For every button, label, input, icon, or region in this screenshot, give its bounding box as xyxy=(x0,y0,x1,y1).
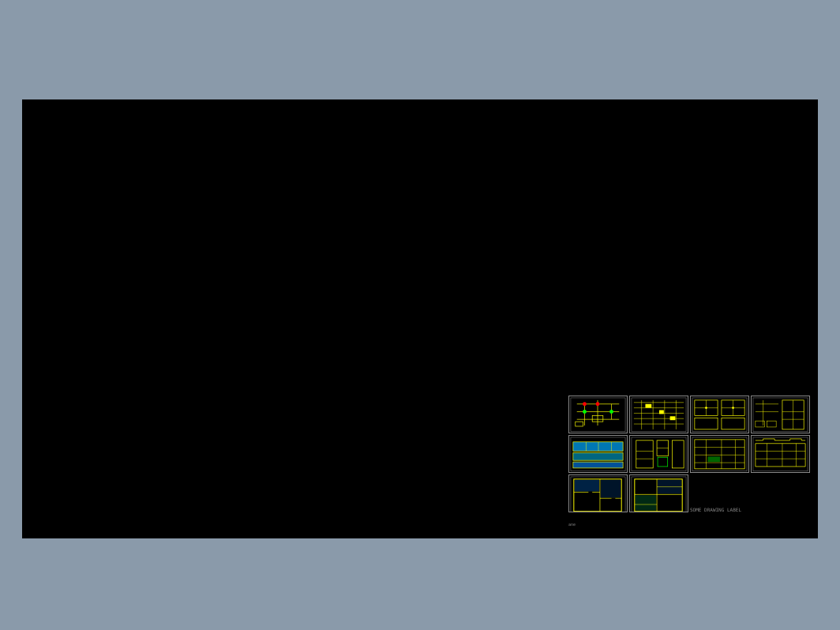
cad-canvas: SOME DRAWING LABEL xyxy=(22,99,818,538)
sheet-label-text: SOME DRAWING LABEL xyxy=(690,507,741,512)
svg-rect-14 xyxy=(630,396,688,433)
thumbnail-1[interactable] xyxy=(568,396,628,433)
svg-point-11 xyxy=(609,410,613,414)
thumbnail-8[interactable] xyxy=(751,435,810,473)
svg-text:SOME DRAWING LABEL: SOME DRAWING LABEL xyxy=(576,512,601,512)
svg-rect-25 xyxy=(645,404,651,408)
thumbnail-row-1 xyxy=(568,396,810,433)
thumbnail-row-3: SOME DRAWING LABEL xyxy=(568,474,810,512)
svg-point-8 xyxy=(583,402,587,406)
svg-rect-40 xyxy=(752,396,809,433)
svg-point-38 xyxy=(705,407,707,409)
svg-rect-81 xyxy=(752,436,809,473)
thumbnail-10[interactable] xyxy=(629,474,688,512)
svg-rect-94 xyxy=(575,480,599,492)
svg-point-10 xyxy=(583,410,587,414)
svg-rect-95 xyxy=(601,480,621,497)
svg-rect-54 xyxy=(573,452,623,460)
thumbnail-row-2 xyxy=(568,435,810,473)
thumbnail-2[interactable] xyxy=(629,396,688,433)
svg-rect-0 xyxy=(569,396,627,433)
svg-rect-80 xyxy=(707,456,720,462)
sheet-label-area: SOME DRAWING LABEL xyxy=(690,474,741,512)
svg-rect-26 xyxy=(659,411,664,414)
page-label: ane xyxy=(568,522,576,527)
svg-rect-28 xyxy=(691,396,748,433)
thumbnail-4[interactable] xyxy=(751,396,810,433)
svg-rect-53 xyxy=(573,442,623,452)
thumbnail-7[interactable] xyxy=(690,435,749,473)
thumbnail-3[interactable] xyxy=(690,396,749,433)
thumbnail-footer: ane xyxy=(568,515,810,529)
thumbnail-6[interactable] xyxy=(629,435,688,473)
svg-rect-55 xyxy=(573,462,623,468)
thumbnail-5[interactable] xyxy=(568,435,628,473)
svg-rect-62 xyxy=(630,436,688,473)
thumbnail-panel: SOME DRAWING LABEL xyxy=(568,396,810,529)
svg-rect-27 xyxy=(670,416,676,420)
svg-rect-71 xyxy=(691,436,748,473)
svg-point-9 xyxy=(596,402,600,406)
svg-rect-104 xyxy=(636,495,656,510)
svg-point-39 xyxy=(732,407,734,409)
thumbnail-9[interactable]: SOME DRAWING LABEL xyxy=(568,474,628,512)
